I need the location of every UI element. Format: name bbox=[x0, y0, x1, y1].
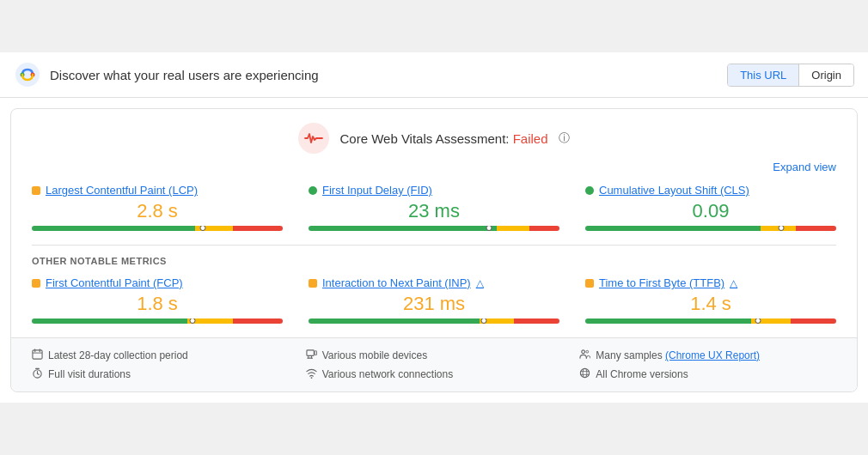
metric-dot-ttfb bbox=[585, 279, 594, 288]
metric-dot-inp bbox=[309, 279, 317, 288]
metric-dot-fcp bbox=[32, 279, 40, 288]
metric-label-fid[interactable]: First Input Delay (FID) bbox=[309, 184, 559, 197]
vitals-icon bbox=[304, 131, 323, 145]
origin-button[interactable]: Origin bbox=[799, 64, 853, 86]
svg-point-19 bbox=[310, 377, 312, 379]
footer-text-5: All Chrome versions bbox=[596, 368, 688, 380]
metric-value-lcp: 2.8 s bbox=[32, 200, 283, 222]
metric-value-cls: 0.09 bbox=[585, 200, 836, 222]
metric-label-ttfb[interactable]: Time to First Byte (TTFB)△ bbox=[585, 276, 836, 289]
progress-bar-fcp bbox=[32, 318, 283, 324]
app-icon bbox=[14, 61, 41, 88]
alert-icon-inp: △ bbox=[476, 277, 484, 289]
metric-label-cls[interactable]: Cumulative Layout Shift (CLS) bbox=[585, 184, 836, 197]
svg-point-13 bbox=[582, 350, 585, 354]
other-metrics-label: OTHER NOTABLE METRICS bbox=[32, 256, 836, 266]
metric-dot-lcp bbox=[32, 186, 40, 195]
metric-inp: Interaction to Next Paint (INP)△231 ms bbox=[309, 276, 559, 324]
footer-icon-2 bbox=[579, 349, 590, 362]
info-icon[interactable]: ⓘ bbox=[559, 130, 570, 146]
assessment-icon bbox=[298, 123, 329, 154]
metric-fcp: First Contentful Paint (FCP)1.8 s bbox=[32, 276, 283, 324]
svg-point-20 bbox=[581, 368, 590, 377]
svg-rect-9 bbox=[315, 351, 316, 355]
header-bar: Discover what your real users are experi… bbox=[0, 52, 868, 98]
metric-label-text-inp: Interaction to Next Paint (INP) bbox=[322, 276, 471, 289]
metric-label-text-ttfb: Time to First Byte (TTFB) bbox=[599, 276, 724, 289]
footer-item-5: All Chrome versions bbox=[579, 367, 836, 381]
footer-item-1: Various mobile devices bbox=[306, 349, 563, 362]
metric-value-fid: 23 ms bbox=[309, 200, 559, 222]
footer-text-2: Many samples (Chrome UX Report) bbox=[596, 349, 760, 361]
metric-label-inp[interactable]: Interaction to Next Paint (INP)△ bbox=[309, 276, 559, 289]
core-metrics-row: Largest Contentful Paint (LCP)2.8 sFirst… bbox=[32, 184, 836, 231]
assessment-status: Failed bbox=[513, 131, 548, 146]
metric-fid: First Input Delay (FID)23 ms bbox=[309, 184, 559, 231]
metric-value-fcp: 1.8 s bbox=[32, 293, 283, 315]
metric-ttfb: Time to First Byte (TTFB)△1.4 s bbox=[585, 276, 836, 324]
footer-item-2: Many samples (Chrome UX Report) bbox=[579, 349, 836, 362]
footer-text-0: Latest 28-day collection period bbox=[48, 349, 188, 361]
metric-value-ttfb: 1.4 s bbox=[585, 293, 836, 315]
header-left: Discover what your real users are experi… bbox=[14, 61, 319, 88]
footer-item-4: Various network connections bbox=[306, 367, 563, 381]
metric-label-text-cls: Cumulative Layout Shift (CLS) bbox=[599, 184, 749, 197]
svg-rect-8 bbox=[307, 350, 314, 356]
footer-text-1: Various mobile devices bbox=[322, 349, 428, 361]
needle-lcp bbox=[199, 226, 205, 231]
progress-bar-cls bbox=[585, 226, 836, 231]
url-origin-toggle: This URL Origin bbox=[727, 64, 854, 87]
svg-point-0 bbox=[15, 63, 40, 87]
metric-dot-cls bbox=[585, 186, 594, 195]
metric-cls: Cumulative Layout Shift (CLS)0.09 bbox=[585, 184, 836, 231]
assessment-header: Core Web Vitals Assessment: Failed ⓘ bbox=[32, 123, 836, 154]
needle-fcp bbox=[189, 318, 195, 324]
metric-label-text-fcp: First Contentful Paint (FCP) bbox=[46, 276, 183, 289]
footer-icon-4 bbox=[306, 367, 317, 381]
needle-fid bbox=[486, 226, 492, 231]
needle-inp bbox=[481, 318, 487, 324]
svg-point-21 bbox=[584, 368, 588, 377]
progress-bar-fid bbox=[309, 226, 559, 231]
progress-bar-lcp bbox=[32, 226, 283, 231]
svg-line-17 bbox=[38, 373, 40, 374]
footer-icon-5 bbox=[579, 367, 590, 381]
footer-info: Latest 28-day collection periodVarious m… bbox=[11, 337, 857, 391]
progress-bar-ttfb bbox=[585, 318, 836, 324]
footer-text-4: Various network connections bbox=[322, 368, 454, 380]
metric-label-fcp[interactable]: First Contentful Paint (FCP) bbox=[32, 276, 283, 289]
metric-dot-fid bbox=[309, 186, 317, 195]
main-content: Core Web Vitals Assessment: Failed ⓘ Exp… bbox=[10, 108, 858, 392]
assessment-title: Core Web Vitals Assessment: Failed bbox=[339, 131, 547, 146]
this-url-button[interactable]: This URL bbox=[728, 64, 799, 86]
assessment-title-text: Core Web Vitals Assessment: bbox=[339, 131, 509, 146]
footer-icon-0 bbox=[32, 349, 43, 362]
footer-text-3: Full visit durations bbox=[48, 368, 131, 380]
footer-item-0: Latest 28-day collection period bbox=[32, 349, 289, 362]
needle-cls bbox=[778, 226, 784, 231]
svg-rect-4 bbox=[33, 350, 42, 359]
alert-icon-ttfb: △ bbox=[730, 277, 737, 289]
metric-label-lcp[interactable]: Largest Contentful Paint (LCP) bbox=[32, 184, 283, 197]
expand-view-link[interactable]: Expand view bbox=[32, 161, 836, 173]
metric-label-text-fid: First Input Delay (FID) bbox=[322, 184, 432, 197]
section-divider bbox=[32, 245, 836, 246]
metric-lcp: Largest Contentful Paint (LCP)2.8 s bbox=[32, 184, 283, 231]
footer-icon-1 bbox=[306, 349, 317, 362]
svg-point-14 bbox=[586, 350, 589, 353]
footer-item-3: Full visit durations bbox=[32, 367, 289, 381]
needle-ttfb bbox=[755, 318, 761, 324]
footer-link-2[interactable]: (Chrome UX Report) bbox=[665, 349, 760, 361]
metric-value-inp: 231 ms bbox=[309, 293, 559, 315]
header-title: Discover what your real users are experi… bbox=[50, 68, 319, 82]
other-metrics-row: First Contentful Paint (FCP)1.8 sInterac… bbox=[32, 276, 836, 324]
progress-bar-inp bbox=[309, 318, 559, 324]
metric-label-text-lcp: Largest Contentful Paint (LCP) bbox=[46, 184, 198, 197]
footer-icon-3 bbox=[32, 367, 43, 381]
